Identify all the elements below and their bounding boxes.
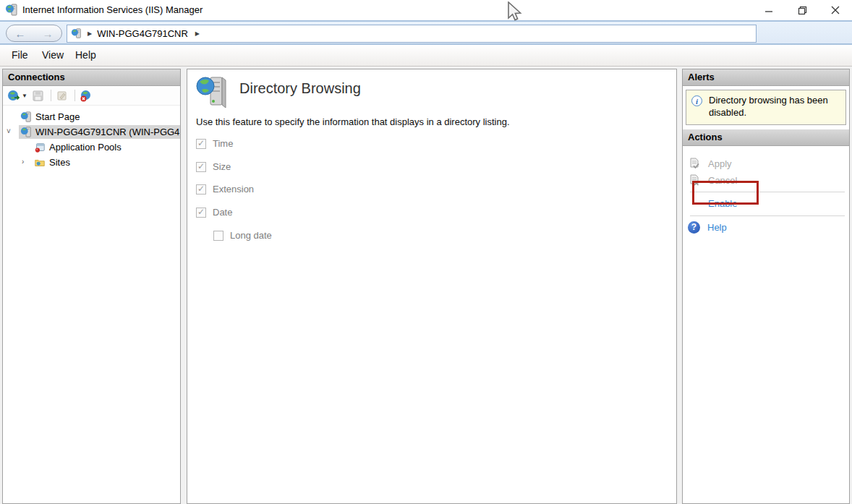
feature-title: Directory Browsing	[239, 80, 361, 97]
directory-browsing-icon	[196, 75, 228, 108]
checkbox-label: Date	[213, 207, 232, 218]
forward-button[interactable]: →	[43, 28, 54, 39]
edit-page-icon-disabled	[56, 90, 68, 102]
checkbox-label: Extension	[213, 184, 254, 195]
navigation-buttons: ← →	[6, 25, 62, 42]
checkbox-row-time: Time	[196, 138, 233, 149]
checkbox-label: Size	[213, 161, 231, 172]
toolbar-separator	[74, 90, 75, 101]
apply-action: Apply	[683, 155, 849, 172]
tree-item-label: WIN-PGG4G791CNR (WIN-PGG4	[35, 127, 179, 137]
actions-header: Actions	[683, 129, 849, 146]
chevron-collapsed-icon[interactable]: ›	[22, 158, 24, 166]
feature-panel: Directory Browsing Use this feature to s…	[187, 69, 677, 504]
connections-panel: Connections ▼	[2, 69, 181, 504]
checkbox-label: Long date	[230, 230, 272, 241]
alert-message-box: i Directory browsing has been disabled.	[686, 90, 846, 125]
tree-item-sites[interactable]: › Sites	[3, 155, 180, 170]
extension-checkbox	[196, 184, 206, 195]
menu-help[interactable]: Help	[72, 45, 99, 66]
apply-label: Apply	[708, 158, 732, 169]
tree-item-server[interactable]: ˅ WIN-PGG4G791CNR (WIN-PGG4	[3, 124, 180, 140]
sites-folder-icon	[34, 157, 46, 168]
minimize-button[interactable]	[752, 0, 785, 20]
actions-separator	[690, 192, 845, 192]
checkbox-label: Time	[213, 138, 233, 149]
checkbox-row-long-date: Long date	[213, 230, 272, 241]
restore-icon	[798, 6, 807, 15]
time-checkbox	[196, 139, 206, 149]
help-label[interactable]: Help	[707, 222, 727, 233]
enable-label[interactable]: Enable	[708, 198, 737, 209]
checkbox-row-size: Size	[196, 161, 231, 172]
long-date-checkbox	[213, 231, 223, 241]
close-button[interactable]	[819, 0, 852, 20]
feature-description: Use this feature to specify the informat…	[196, 116, 510, 127]
window-controls	[752, 0, 852, 20]
tree-item-label: Start Page	[35, 111, 80, 122]
address-band: ← → ▶ WIN-PGG4G791CNR ▶ ↻ ✕ ? ▼	[0, 20, 852, 45]
info-icon: i	[691, 95, 702, 106]
tree-item-label: Sites	[49, 157, 70, 168]
enable-action[interactable]: Enable	[683, 195, 849, 213]
checkbox-row-date: Date	[196, 207, 232, 218]
connections-header: Connections	[3, 69, 180, 86]
title-bar: Internet Information Services (IIS) Mana…	[0, 0, 852, 20]
close-icon	[831, 6, 840, 14]
window-title: Internet Information Services (IIS) Mana…	[22, 0, 203, 20]
server-node-icon	[71, 28, 82, 39]
connections-toolbar: ▼	[3, 86, 180, 106]
cancel-icon	[689, 174, 700, 186]
iis-app-icon	[5, 4, 18, 17]
breadcrumb-root[interactable]: WIN-PGG4G791CNR	[97, 28, 188, 39]
date-checkbox	[196, 208, 206, 218]
menu-file[interactable]: File	[9, 45, 31, 66]
alert-message: Directory browsing has been disabled.	[709, 95, 843, 119]
application-pools-icon	[34, 142, 46, 153]
actions-list: Apply Cancel Enable ? Help	[683, 146, 849, 236]
tree-item-application-pools[interactable]: Application Pools	[3, 140, 180, 155]
help-icon: ?	[688, 221, 700, 234]
help-action[interactable]: ? Help	[683, 219, 849, 236]
back-button[interactable]: ←	[15, 28, 26, 39]
tree-item-start-page[interactable]: Start Page	[3, 109, 180, 124]
chevron-expanded-icon[interactable]: ˅	[7, 127, 11, 135]
apply-icon	[689, 158, 700, 169]
delete-connection-icon[interactable]	[80, 90, 92, 102]
menu-bar: File View Help	[0, 45, 852, 67]
restore-button[interactable]	[785, 0, 819, 20]
checkbox-row-extension: Extension	[196, 184, 254, 195]
save-connections-icon-disabled	[32, 90, 44, 102]
create-connection-caret-icon[interactable]: ▼	[22, 93, 27, 99]
actions-panel: Alerts i Directory browsing has been dis…	[682, 69, 850, 504]
server-node-icon	[20, 127, 32, 138]
start-page-icon	[20, 111, 32, 123]
breadcrumb-arrow-icon: ▶	[88, 30, 92, 37]
toolbar-separator	[51, 90, 51, 101]
actions-separator	[690, 215, 845, 216]
cancel-action: Cancel	[683, 172, 849, 189]
mouse-cursor	[506, 1, 525, 22]
cancel-label: Cancel	[708, 175, 737, 186]
connections-tree: Start Page ˅ WIN-PGG4G791CNR (WIN-PGG4	[3, 106, 180, 170]
menu-view[interactable]: View	[39, 45, 67, 66]
breadcrumb[interactable]: ▶ WIN-PGG4G791CNR ▶	[67, 25, 757, 43]
minimize-icon	[764, 6, 773, 14]
tree-item-label: Application Pools	[49, 142, 122, 153]
alerts-header: Alerts	[683, 69, 849, 86]
size-checkbox	[196, 162, 206, 172]
breadcrumb-arrow-icon: ▶	[195, 30, 200, 37]
create-connection-icon[interactable]	[7, 90, 20, 102]
